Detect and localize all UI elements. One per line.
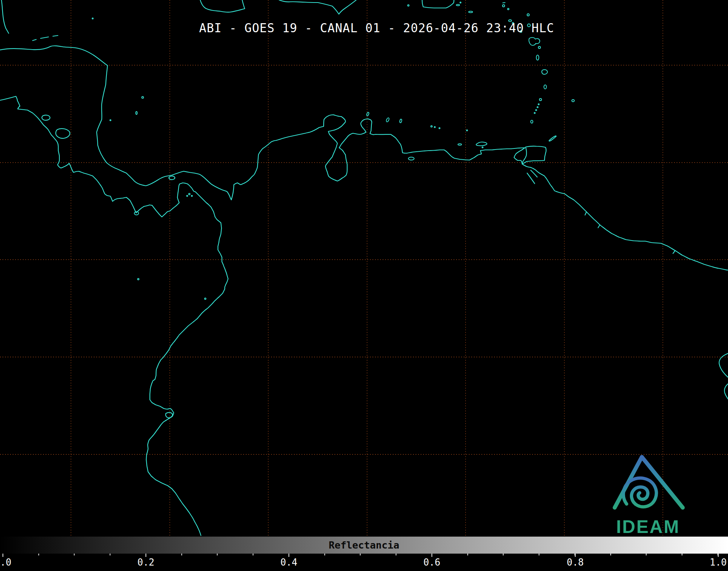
coastline xyxy=(422,0,454,8)
island xyxy=(408,5,409,6)
colorbar-tick-label: 0.4 xyxy=(281,557,298,568)
island xyxy=(142,97,144,98)
ideam-logo: IDEAM xyxy=(604,450,692,536)
island xyxy=(110,120,111,121)
goes-satellite-image: ABI - GOES 19 - CANAL 01 - 2026-04-26 23… xyxy=(0,0,728,571)
coastline xyxy=(0,96,228,536)
island xyxy=(476,142,487,146)
colorbar-axis xyxy=(0,554,728,559)
coastline xyxy=(527,173,535,184)
island xyxy=(469,11,473,13)
island xyxy=(572,100,575,102)
colorbar-tick xyxy=(146,554,146,557)
colorbar-minor-ticks xyxy=(3,554,719,555)
island xyxy=(456,4,460,6)
island xyxy=(538,46,540,49)
coastline xyxy=(0,46,728,270)
island xyxy=(439,128,440,129)
island xyxy=(467,130,468,131)
colorbar-tick xyxy=(3,554,3,557)
ideam-logo-mark xyxy=(604,450,692,516)
island xyxy=(205,298,206,299)
logo-spiral-icon xyxy=(623,478,656,507)
coastline xyxy=(166,412,173,418)
island xyxy=(542,70,548,74)
island xyxy=(502,5,505,7)
island xyxy=(138,278,139,280)
coastline xyxy=(33,39,36,41)
island xyxy=(366,112,369,116)
coastline xyxy=(549,136,556,141)
island xyxy=(434,127,435,128)
island xyxy=(508,8,509,10)
coastline xyxy=(522,146,546,164)
island xyxy=(482,147,483,148)
island xyxy=(502,3,505,3)
island xyxy=(92,18,93,19)
island xyxy=(458,144,462,145)
island xyxy=(136,112,137,114)
colorbar-tick-label: 0.2 xyxy=(138,557,155,568)
image-title: ABI - GOES 19 - CANAL 01 - 2026-04-26 23… xyxy=(25,21,728,35)
coastline xyxy=(42,115,50,120)
coastline xyxy=(531,170,537,177)
island xyxy=(408,157,414,160)
island xyxy=(544,85,547,89)
colorbar-tick xyxy=(718,554,719,557)
coastline xyxy=(200,0,245,12)
coastline xyxy=(598,225,600,228)
coastline xyxy=(279,0,356,14)
colorbar-label: Reflectancia xyxy=(329,539,399,551)
island xyxy=(399,119,402,123)
colorbar-tick-label: 1.0 xyxy=(710,557,727,568)
islands-layer xyxy=(92,2,575,300)
coastline xyxy=(673,251,675,253)
island xyxy=(189,193,190,195)
island xyxy=(538,104,539,105)
colorbar: Reflectancia 0.0 0.2 0.4 0.6 0.8 1.0 xyxy=(0,537,728,571)
coastline xyxy=(1,0,9,33)
island xyxy=(531,120,533,123)
island xyxy=(537,107,538,108)
island xyxy=(536,110,537,111)
colorbar-gradient: Reflectancia xyxy=(0,537,728,554)
coastline xyxy=(719,353,728,377)
colorbar-tick xyxy=(575,554,576,557)
island xyxy=(386,117,390,122)
colorbar-tick-label: 0.0 xyxy=(0,557,11,568)
island xyxy=(529,38,540,46)
colorbar-tick xyxy=(432,554,432,557)
island xyxy=(536,55,539,60)
coastline xyxy=(56,129,70,138)
island xyxy=(460,2,461,3)
colorbar-tick-label: 0.8 xyxy=(567,557,584,568)
island xyxy=(187,196,188,197)
island xyxy=(539,98,542,101)
island xyxy=(534,113,535,114)
coastline xyxy=(585,212,586,215)
colorbar-tick xyxy=(289,554,289,557)
coastline xyxy=(53,35,58,36)
island xyxy=(431,126,432,127)
island xyxy=(192,196,193,197)
ideam-logo-text: IDEAM xyxy=(604,516,692,537)
island xyxy=(527,14,529,16)
coastline xyxy=(724,384,728,399)
colorbar-tick-label: 0.6 xyxy=(424,557,441,568)
coastline xyxy=(41,37,49,38)
